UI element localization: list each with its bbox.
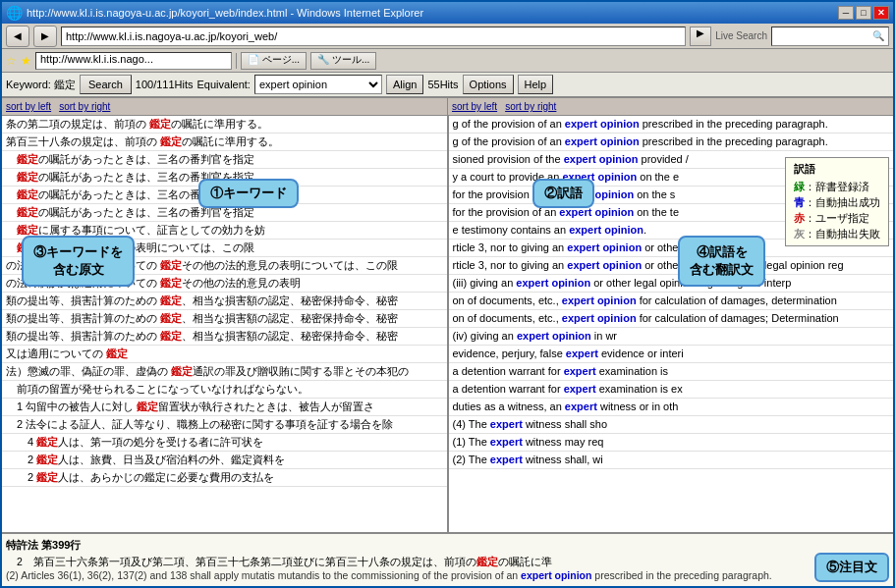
- search-icon: 🔍: [872, 30, 884, 41]
- list-item[interactable]: evidence, perjury, false expert evidence…: [449, 346, 894, 363]
- list-item[interactable]: 類の提出等、損害計算のための 鑑定、相当な損害額の認定、秘密保持命令、秘密: [2, 328, 447, 346]
- callout-focus-text: ⑤注目文: [826, 560, 877, 574]
- sort-left-button-left[interactable]: sort by left: [6, 101, 51, 112]
- list-item[interactable]: 2 鑑定人は、あらかじの鑑定に必要な費用の支払を: [2, 469, 447, 487]
- column-headers: sort by left sort by right sort by left …: [2, 98, 893, 116]
- legend-box: 訳語 緑：辞書登録済 青：自動抽出成功 赤：ユーザ指定 灰：自動抽出失敗: [785, 157, 889, 246]
- sort-right-button-right[interactable]: sort by right: [505, 101, 556, 112]
- search-button[interactable]: Search: [80, 75, 132, 94]
- concordance-split-pane: 条の第二項の規定は、前項の 鑑定の嘱託に準用する。 第百三十八条の規定は、前項の…: [2, 116, 893, 532]
- app-toolbar: Keyword: 鑑定 Search 100/111Hits Equivalen…: [2, 73, 893, 98]
- hits-count: 100/111Hits: [136, 79, 194, 90]
- list-item[interactable]: rticle 3, nor to giving an expert opinio…: [449, 257, 894, 275]
- window-controls: ─ □ ✕: [838, 6, 889, 20]
- legend-blue-color: 青: [794, 196, 805, 208]
- list-item[interactable]: a detention warrant for expert examinati…: [449, 381, 894, 399]
- maximize-button[interactable]: □: [856, 6, 871, 20]
- close-button[interactable]: ✕: [873, 6, 889, 20]
- tools-button[interactable]: 🔧 ツール...: [310, 52, 376, 70]
- hits2-count: 55Hits: [427, 79, 458, 90]
- list-item[interactable]: 前項の留置が発せられることになっていなければならない。: [2, 381, 447, 399]
- list-item[interactable]: 類の提出等、損害計算のための 鑑定、相当な損害額の認定、秘密保持命令、秘密: [2, 310, 447, 328]
- legend-green-item: 緑：辞書登録済: [794, 179, 880, 194]
- list-item[interactable]: 法）懲滅の罪、偽証の罪、虚偽の 鑑定通訳の罪及び贈収賄に関する罪とその本犯の: [2, 363, 447, 381]
- address-bar[interactable]: http://www.kl.i.is.nagoya-u.ac.jp/koyori…: [61, 27, 686, 46]
- list-item[interactable]: (4) The expert witness shall sho: [449, 416, 894, 434]
- sort-left-button-right[interactable]: sort by left: [452, 101, 497, 112]
- list-item[interactable]: (iv) giving an expert opinion in wr: [449, 328, 894, 346]
- help-button[interactable]: Help: [518, 75, 554, 94]
- window-title: http://www.kl.i.is.nagoya-u.ac.jp/koyori…: [27, 7, 834, 19]
- list-item[interactable]: on of documents, etc., expert opinion fo…: [449, 310, 894, 328]
- separator: [236, 53, 237, 69]
- list-item[interactable]: on of documents, etc., expert opinion fo…: [449, 293, 894, 310]
- page-button[interactable]: 📄 ページ...: [241, 52, 307, 70]
- url-input[interactable]: http://www.kl.i.is.nago...: [35, 52, 232, 70]
- list-item[interactable]: 1 勾留中の被告人に対し 鑑定留置状が執行されたときは、被告人が留置さ: [2, 399, 447, 416]
- list-item[interactable]: g of the provision of an expert opinion …: [449, 134, 894, 151]
- equivalent-label: Equivalent:: [197, 79, 251, 90]
- list-item[interactable]: (iii) giving an expert opinion or other …: [449, 275, 894, 293]
- list-item[interactable]: 又は適用についての 鑑定: [2, 346, 447, 363]
- align-button[interactable]: Align: [386, 75, 423, 94]
- list-item[interactable]: a detention warrant for expert examinati…: [449, 363, 894, 381]
- page-icon: 📄 ページ...: [248, 54, 300, 65]
- callout-target-line2: 含む翻訳文: [690, 261, 754, 279]
- callout-keyword: ①キーワード: [198, 179, 299, 208]
- title-bar: 🌐 http://www.kl.i.is.nagoya-u.ac.jp/koyo…: [2, 2, 893, 24]
- right-pane-header: sort by left sort by right: [448, 98, 893, 115]
- list-item[interactable]: 類の提出等、損害計算のための 鑑定、相当な損害額の認定、秘密保持命令、秘密: [2, 293, 447, 310]
- list-item[interactable]: 4 鑑定人は、第一項の処分を受ける者に許可状を: [2, 434, 447, 452]
- add-favorites-icon: ★: [21, 54, 31, 68]
- legend-gray-item: 灰：自動抽出失敗: [794, 226, 880, 241]
- bottom-english-text: (2) Articles 36(1), 36(2), 137(2) and 13…: [6, 568, 889, 582]
- keyword-label: Keyword: 鑑定: [6, 78, 76, 92]
- callout-focus-sentence: ⑤注目文: [814, 553, 889, 582]
- minimize-button[interactable]: ─: [838, 6, 854, 20]
- callout-source-line2: 含む原文: [33, 261, 123, 279]
- list-item[interactable]: 2 法令による証人、証人等なり、職務上の秘密に関する事項を証する場合を除: [2, 416, 447, 434]
- list-item[interactable]: 鑑定の嘱託があったときは、三名の番判官を指定: [2, 151, 447, 169]
- callout-source-line1: ③キーワードを: [33, 243, 123, 261]
- list-item[interactable]: (2) The expert witness shall, wi: [449, 452, 894, 469]
- bottom-title: 特許法 第399行: [6, 538, 889, 553]
- live-search-label: Live Search: [715, 30, 767, 41]
- live-search-input[interactable]: 🔍: [771, 27, 889, 46]
- sort-right-button-left[interactable]: sort by right: [59, 101, 110, 112]
- main-content-area: sort by left sort by right sort by left …: [2, 98, 893, 586]
- options-button[interactable]: Options: [463, 75, 514, 94]
- tools-icon: 🔧 ツール...: [317, 54, 369, 65]
- legend-green-color: 緑: [794, 181, 805, 192]
- legend-blue-item: 青：自動抽出成功: [794, 194, 880, 210]
- callout-target-line1: ④訳語を: [690, 243, 754, 261]
- callout-translation: ②訳語: [532, 179, 594, 208]
- forward-button[interactable]: ▶: [33, 26, 57, 47]
- browser-window: 🌐 http://www.kl.i.is.nagoya-u.ac.jp/koyo…: [0, 0, 895, 588]
- fav-url-text: http://www.kl.i.is.nago...: [40, 53, 153, 65]
- bottom-japanese-text: 2 第百三十六条第一項及び第二項、第百三十七条第二項並びに第百三十八条の規定は、…: [6, 555, 889, 568]
- legend-gray-color: 灰: [794, 228, 805, 240]
- legend-title: 訳語: [794, 162, 880, 177]
- bottom-section: 特許法 第399行 2 第百三十六条第一項及び第二項、第百三十七条第二項並びに第…: [2, 532, 893, 586]
- navigation-bar: ◀ ▶ http://www.kl.i.is.nagoya-u.ac.jp/ko…: [2, 24, 893, 49]
- callout-translation-text: ②訳語: [544, 186, 583, 200]
- callout-target-text: ④訳語を 含む翻訳文: [678, 236, 765, 287]
- list-item[interactable]: 第百三十八条の規定は、前項の 鑑定の嘱託に準用する。: [2, 134, 447, 151]
- legend-red-item: 赤：ユーザ指定: [794, 210, 880, 226]
- equivalent-select[interactable]: expert opinion: [254, 75, 382, 94]
- go-button[interactable]: ▶: [690, 27, 711, 46]
- favorites-star-icon: ☆: [6, 54, 17, 68]
- list-item[interactable]: 2 鑑定人は、旅費、日当及び宿泊料の外、鑑定資料を: [2, 452, 447, 469]
- back-button[interactable]: ◀: [6, 26, 29, 47]
- callout-source-text: ③キーワードを 含む原文: [22, 236, 135, 287]
- address-text: http://www.kl.i.is.nagoya-u.ac.jp/koyori…: [66, 30, 277, 42]
- legend-red-color: 赤: [794, 212, 805, 224]
- favorites-bar: ☆ ★ http://www.kl.i.is.nago... 📄 ページ... …: [2, 49, 893, 73]
- list-item[interactable]: (1) The expert witness may req: [449, 434, 894, 452]
- list-item[interactable]: 条の第二項の規定は、前項の 鑑定の嘱託に準用する。: [2, 116, 447, 134]
- list-item[interactable]: duties as a witness, an expert witness o…: [449, 399, 894, 416]
- list-item[interactable]: g of the provision of an expert opinion …: [449, 116, 894, 134]
- left-pane-header: sort by left sort by right: [2, 98, 448, 115]
- callout-keyword-text: ①キーワード: [210, 186, 287, 200]
